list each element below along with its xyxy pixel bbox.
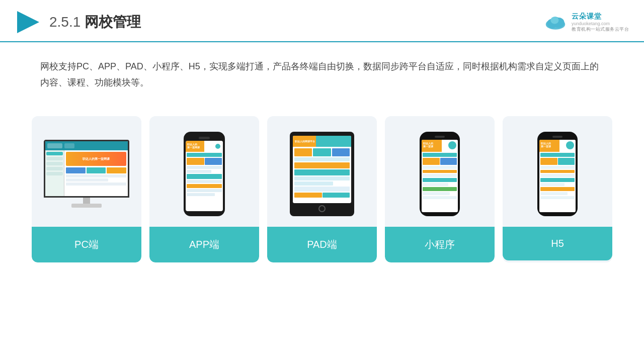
card-pad-image: 职达人的网课平台 <box>267 116 377 227</box>
card-app: 职达人的第一堂网课 <box>149 116 259 262</box>
platform-cards: 职达人的第一堂网课 <box>0 106 644 262</box>
card-pad: 职达人的网课平台 <box>267 116 377 262</box>
miniprogram-phone-mockup: 职达人的第一堂课 <box>420 132 460 216</box>
card-h5-image: 职达人的第一堂课 <box>503 116 612 227</box>
description-text: 网校支持PC、APP、PAD、小程序、H5，实现多端打通，产品各终端自由切换，数… <box>0 42 644 101</box>
card-app-label: APP端 <box>149 227 259 262</box>
logo-cloud-icon <box>543 13 568 31</box>
card-app-image: 职达人的第一堂网课 <box>149 116 259 227</box>
pad-tablet-mockup: 职达人的网课平台 <box>290 132 354 216</box>
app-phone-mockup: 职达人的第一堂网课 <box>184 132 225 216</box>
card-pad-label: PAD端 <box>267 227 377 262</box>
card-pc-label: PC端 <box>32 227 141 262</box>
card-h5: 职达人的第一堂课 <box>503 116 612 262</box>
card-miniprogram-label: 小程序 <box>385 227 495 262</box>
svg-point-5 <box>550 17 558 24</box>
card-miniprogram: 职达人的第一堂课 <box>385 116 495 262</box>
page-title: 2.5.1 网校管理 <box>49 13 141 32</box>
logo-text: 云朵课堂 yunduoketang.com 教育机构一站式服务云平台 <box>572 12 629 33</box>
card-pc: 职达人的第一堂网课 <box>32 116 141 262</box>
card-h5-label: H5 <box>503 227 612 260</box>
h5-phone-mockup: 职达人的第一堂课 <box>537 132 578 216</box>
svg-marker-0 <box>17 11 39 33</box>
logo-area: 云朵课堂 yunduoketang.com 教育机构一站式服务云平台 <box>543 12 629 33</box>
header-left: 2.5.1 网校管理 <box>15 9 141 35</box>
card-pc-image: 职达人的第一堂网课 <box>32 116 141 227</box>
pc-mockup: 职达人的第一堂网课 <box>44 140 129 208</box>
play-icon <box>15 9 41 35</box>
card-miniprogram-image: 职达人的第一堂课 <box>385 116 495 227</box>
page-header: 2.5.1 网校管理 云朵课堂 yunduoketang.com 教育机构一站式… <box>0 0 644 42</box>
